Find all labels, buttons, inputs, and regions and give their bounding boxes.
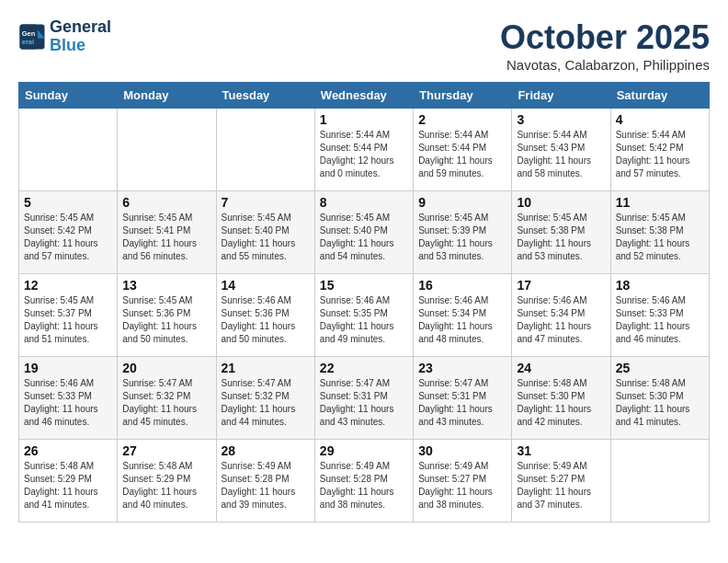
calendar-cell: 14Sunrise: 5:46 AM Sunset: 5:36 PM Dayli…	[216, 274, 314, 357]
calendar-cell: 17Sunrise: 5:46 AM Sunset: 5:34 PM Dayli…	[512, 274, 610, 357]
day-info: Sunrise: 5:47 AM Sunset: 5:32 PM Dayligh…	[222, 377, 310, 429]
calendar-cell: 25Sunrise: 5:48 AM Sunset: 5:30 PM Dayli…	[610, 357, 709, 440]
day-number: 10	[517, 195, 605, 210]
day-number: 12	[24, 278, 112, 293]
day-number: 23	[418, 361, 506, 375]
calendar-cell: 7Sunrise: 5:45 AM Sunset: 5:40 PM Daylig…	[216, 191, 314, 274]
calendar-cell: 19Sunrise: 5:46 AM Sunset: 5:33 PM Dayli…	[19, 357, 118, 440]
column-header-friday: Friday	[512, 83, 610, 109]
day-number: 9	[418, 195, 506, 210]
calendar-week-1: 1Sunrise: 5:44 AM Sunset: 5:44 PM Daylig…	[19, 109, 710, 191]
calendar-cell	[610, 440, 709, 523]
day-info: Sunrise: 5:45 AM Sunset: 5:37 PM Dayligh…	[24, 294, 112, 346]
svg-text:Gen: Gen	[22, 29, 36, 37]
svg-text:eral: eral	[22, 37, 34, 45]
day-number: 14	[222, 278, 310, 293]
calendar-week-2: 5Sunrise: 5:45 AM Sunset: 5:42 PM Daylig…	[19, 191, 710, 274]
day-number: 20	[122, 361, 210, 375]
calendar-cell: 30Sunrise: 5:49 AM Sunset: 5:27 PM Dayli…	[414, 440, 512, 523]
day-info: Sunrise: 5:48 AM Sunset: 5:30 PM Dayligh…	[517, 377, 605, 429]
calendar-cell: 8Sunrise: 5:45 AM Sunset: 5:40 PM Daylig…	[314, 191, 413, 274]
page-header: Gen eral General Blue October 2025 Navot…	[18, 18, 710, 73]
day-number: 21	[222, 361, 310, 375]
day-number: 3	[517, 112, 605, 127]
day-info: Sunrise: 5:47 AM Sunset: 5:31 PM Dayligh…	[320, 377, 408, 429]
title-area: October 2025 Navotas, Calabarzon, Philip…	[500, 18, 710, 73]
calendar-cell	[19, 109, 118, 191]
day-info: Sunrise: 5:45 AM Sunset: 5:38 PM Dayligh…	[517, 212, 605, 263]
day-number: 31	[517, 443, 605, 458]
day-number: 30	[418, 443, 506, 458]
calendar-cell: 18Sunrise: 5:46 AM Sunset: 5:33 PM Dayli…	[610, 274, 709, 357]
day-info: Sunrise: 5:48 AM Sunset: 5:29 PM Dayligh…	[122, 460, 210, 511]
day-number: 11	[616, 195, 704, 210]
day-info: Sunrise: 5:49 AM Sunset: 5:27 PM Dayligh…	[418, 460, 506, 511]
calendar-cell: 3Sunrise: 5:44 AM Sunset: 5:43 PM Daylig…	[512, 109, 610, 191]
calendar-cell: 13Sunrise: 5:45 AM Sunset: 5:36 PM Dayli…	[118, 274, 216, 357]
calendar-header-row: SundayMondayTuesdayWednesdayThursdayFrid…	[19, 83, 710, 109]
calendar-cell: 1Sunrise: 5:44 AM Sunset: 5:44 PM Daylig…	[314, 109, 413, 191]
day-info: Sunrise: 5:48 AM Sunset: 5:30 PM Dayligh…	[616, 377, 704, 429]
day-number: 22	[320, 361, 408, 375]
day-info: Sunrise: 5:45 AM Sunset: 5:38 PM Dayligh…	[616, 212, 704, 263]
day-info: Sunrise: 5:44 AM Sunset: 5:43 PM Dayligh…	[517, 129, 605, 180]
day-number: 5	[24, 195, 112, 210]
calendar-cell: 2Sunrise: 5:44 AM Sunset: 5:44 PM Daylig…	[414, 109, 512, 191]
day-number: 17	[517, 278, 605, 293]
day-info: Sunrise: 5:47 AM Sunset: 5:31 PM Dayligh…	[418, 377, 506, 429]
day-info: Sunrise: 5:45 AM Sunset: 5:42 PM Dayligh…	[24, 212, 112, 263]
calendar-cell: 4Sunrise: 5:44 AM Sunset: 5:42 PM Daylig…	[610, 109, 709, 191]
calendar-cell: 31Sunrise: 5:49 AM Sunset: 5:27 PM Dayli…	[512, 440, 610, 523]
day-info: Sunrise: 5:49 AM Sunset: 5:28 PM Dayligh…	[222, 460, 310, 511]
day-info: Sunrise: 5:46 AM Sunset: 5:33 PM Dayligh…	[616, 294, 704, 346]
day-number: 28	[222, 443, 310, 458]
day-number: 4	[616, 112, 704, 127]
day-info: Sunrise: 5:45 AM Sunset: 5:40 PM Dayligh…	[320, 212, 408, 263]
day-number: 16	[418, 278, 506, 293]
calendar-cell: 26Sunrise: 5:48 AM Sunset: 5:29 PM Dayli…	[19, 440, 118, 523]
calendar-cell: 21Sunrise: 5:47 AM Sunset: 5:32 PM Dayli…	[216, 357, 314, 440]
column-header-monday: Monday	[118, 83, 216, 109]
day-info: Sunrise: 5:46 AM Sunset: 5:36 PM Dayligh…	[222, 294, 310, 346]
day-info: Sunrise: 5:46 AM Sunset: 5:33 PM Dayligh…	[24, 377, 112, 429]
calendar-cell: 24Sunrise: 5:48 AM Sunset: 5:30 PM Dayli…	[512, 357, 610, 440]
calendar-week-4: 19Sunrise: 5:46 AM Sunset: 5:33 PM Dayli…	[19, 357, 710, 440]
day-number: 25	[616, 361, 704, 375]
day-number: 26	[24, 443, 112, 458]
calendar-cell: 22Sunrise: 5:47 AM Sunset: 5:31 PM Dayli…	[314, 357, 413, 440]
logo: Gen eral General Blue	[18, 18, 111, 55]
calendar-cell: 12Sunrise: 5:45 AM Sunset: 5:37 PM Dayli…	[19, 274, 118, 357]
day-info: Sunrise: 5:46 AM Sunset: 5:35 PM Dayligh…	[320, 294, 408, 346]
day-info: Sunrise: 5:45 AM Sunset: 5:40 PM Dayligh…	[222, 212, 310, 263]
day-number: 24	[517, 361, 605, 375]
column-header-thursday: Thursday	[414, 83, 512, 109]
calendar-cell: 9Sunrise: 5:45 AM Sunset: 5:39 PM Daylig…	[414, 191, 512, 274]
location: Navotas, Calabarzon, Philippines	[500, 57, 710, 73]
day-number: 8	[320, 195, 408, 210]
day-info: Sunrise: 5:45 AM Sunset: 5:41 PM Dayligh…	[122, 212, 210, 263]
calendar-cell: 23Sunrise: 5:47 AM Sunset: 5:31 PM Dayli…	[414, 357, 512, 440]
day-number: 27	[122, 443, 210, 458]
calendar-cell: 27Sunrise: 5:48 AM Sunset: 5:29 PM Dayli…	[118, 440, 216, 523]
day-info: Sunrise: 5:48 AM Sunset: 5:29 PM Dayligh…	[24, 460, 112, 511]
day-info: Sunrise: 5:49 AM Sunset: 5:27 PM Dayligh…	[517, 460, 605, 511]
day-number: 7	[222, 195, 310, 210]
calendar-cell: 29Sunrise: 5:49 AM Sunset: 5:28 PM Dayli…	[314, 440, 413, 523]
calendar-cell	[118, 109, 216, 191]
calendar-cell: 5Sunrise: 5:45 AM Sunset: 5:42 PM Daylig…	[19, 191, 118, 274]
calendar-cell: 10Sunrise: 5:45 AM Sunset: 5:38 PM Dayli…	[512, 191, 610, 274]
day-info: Sunrise: 5:44 AM Sunset: 5:42 PM Dayligh…	[616, 129, 704, 180]
day-number: 13	[122, 278, 210, 293]
month-title: October 2025	[500, 18, 710, 57]
column-header-saturday: Saturday	[610, 83, 709, 109]
column-header-sunday: Sunday	[19, 83, 118, 109]
day-info: Sunrise: 5:44 AM Sunset: 5:44 PM Dayligh…	[418, 129, 506, 180]
column-header-wednesday: Wednesday	[314, 83, 413, 109]
day-info: Sunrise: 5:44 AM Sunset: 5:44 PM Dayligh…	[320, 129, 408, 180]
logo-icon: Gen eral	[18, 23, 46, 51]
calendar-cell: 11Sunrise: 5:45 AM Sunset: 5:38 PM Dayli…	[610, 191, 709, 274]
day-info: Sunrise: 5:46 AM Sunset: 5:34 PM Dayligh…	[418, 294, 506, 346]
day-number: 18	[616, 278, 704, 293]
day-number: 6	[122, 195, 210, 210]
day-number: 19	[24, 361, 112, 375]
